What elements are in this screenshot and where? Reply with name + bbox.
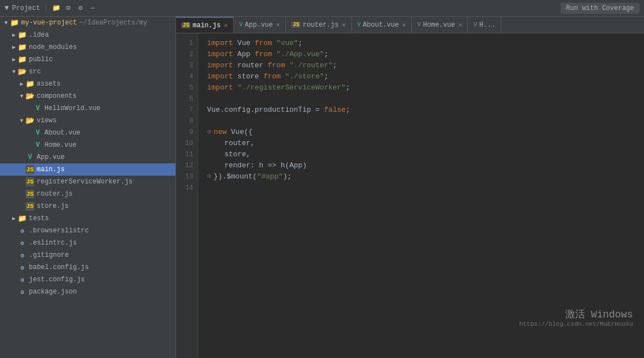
sidebar-item-package-json[interactable]: ▶ ⚙ package.json [0,286,175,298]
root-label: my-vue-project [21,19,77,27]
vue-icon-home: V [33,141,42,150]
arrow-views: ▼ [18,118,26,124]
helloworld-label: HelloWorld.vue [44,105,100,112]
sidebar-item-browserslistrc[interactable]: ▶ ⚙ .browserslistrc [0,225,175,237]
sidebar-item-jest[interactable]: ▶ ⚙ jest.config.js [0,274,175,286]
components-label: components [37,92,77,100]
sidebar-item-rsw[interactable]: ▶ JS registerServiceWorker.js [0,176,175,188]
line-numbers: 1 2 3 4 5 6 7 8 9 10 11 12 13 14 [176,33,198,358]
close-icon[interactable]: — [88,4,97,13]
sidebar-item-root[interactable]: ▼ 📁 my-vue-project ~/IdeaProjects/my [0,17,175,29]
folder-icon-components: 📂 [26,92,34,101]
code-content[interactable]: import Vue from "vue"; import App from "… [198,33,644,358]
sidebar-item-about[interactable]: ▶ V About.vue [0,127,175,139]
browserslistrc-label: .browserslistrc [29,227,89,235]
code-line-3: import router from "./router"; [207,60,635,71]
arrow-assets: ▶ [18,81,26,87]
config-icon-eslintrc: ⚙ [18,238,27,247]
sidebar-item-components[interactable]: ▼ 📂 components [0,90,175,102]
line-num-3: 3 [176,60,193,71]
project-icon: ▼ [4,4,9,12]
tab-home-vue-close[interactable]: ✕ [459,21,462,28]
line-num-14: 14 [176,182,193,193]
tab-app-vue[interactable]: V App.vue ✕ [234,17,286,33]
root-path: ~/IdeaProjects/my [79,19,147,27]
config-icon-browserslistrc: ⚙ [18,226,27,235]
home-label: Home.vue [44,141,77,149]
config-icon-package-json: ⚙ [18,287,27,296]
app-vue-label: App.vue [37,153,64,161]
config-icon-babel: ⚙ [18,263,27,272]
tab-router-js[interactable]: JS router.js ✕ [286,17,351,33]
about-label: About.vue [44,129,80,137]
code-line-10: router, [207,138,635,149]
public-label: public [29,56,53,63]
tab-main-js-close[interactable]: ✕ [224,22,228,29]
line-num-11: 11 [176,149,193,160]
code-line-9: ⊖new Vue({ [207,127,635,138]
code-line-4: import store from "./store"; [207,71,635,82]
code-line-14 [207,182,635,193]
folder-icon-tests: 📁 [18,214,27,223]
assets-label: assets [37,80,61,88]
sidebar-item-assets[interactable]: ▶ 📁 assets [0,78,175,90]
settings-icon[interactable]: ⚙ [76,4,85,13]
line-num-10: 10 [176,138,193,149]
folder-icon-idea: 📁 [18,31,27,39]
arrow-root: ▼ [2,20,10,26]
sidebar-item-main-js[interactable]: ▶ JS main.js [0,163,175,176]
sidebar-item-store-js[interactable]: ▶ JS store.js [0,200,175,212]
tab-router-js-close[interactable]: ✕ [342,21,346,28]
eslintrc-label: .eslintrc.js [29,239,77,247]
js-icon-main: JS [26,165,34,174]
vue-icon-helloworld: V [33,104,42,113]
sidebar-item-gitignore[interactable]: ▶ ⚙ .gitignore [0,249,175,261]
package-json-label: package.json [29,288,77,296]
sidebar-item-tests[interactable]: ▶ 📁 tests [0,212,175,225]
idea-label: .idea [29,31,49,39]
sidebar-item-public[interactable]: ▶ 📁 public [0,53,175,66]
sidebar-item-node-modules[interactable]: ▶ 📁 node_modules [0,41,175,53]
arrow-src: ▼ [10,69,18,75]
sidebar-item-router-js[interactable]: ▶ JS router.js [0,188,175,200]
arrow-idea: ▶ [10,32,18,38]
sidebar-item-babel[interactable]: ▶ ⚙ babel.config.js [0,261,175,274]
collapse-icon[interactable]: ⊟ [64,4,73,13]
node-modules-label: node_modules [29,43,77,51]
line-num-1: 1 [176,38,193,49]
tab-main-js[interactable]: JS main.js ✕ [176,17,234,33]
sidebar-item-idea[interactable]: ▶ 📁 .idea [0,29,175,41]
sidebar-item-eslintrc[interactable]: ▶ ⚙ .eslintrc.js [0,237,175,249]
arrow-tests: ▶ [10,215,18,222]
tab-vue-icon-app: V [239,22,243,28]
line-num-12: 12 [176,160,193,171]
tab-app-vue-label: App.vue [245,21,273,29]
code-line-13: ⊖}).$mount("#app"); [207,171,635,182]
tab-about-vue-close[interactable]: ✕ [402,21,406,28]
tab-h-etc[interactable]: V H... [468,17,501,33]
line-num-9: 9 [176,127,193,138]
sidebar-item-app-vue[interactable]: ▶ V App.vue [0,151,175,163]
tab-app-vue-close[interactable]: ✕ [276,21,280,28]
sidebar-item-src[interactable]: ▼ 📂 src [0,66,175,78]
tab-about-vue-label: About.vue [363,21,399,29]
arrow-public: ▶ [10,56,18,63]
run-coverage-button[interactable]: Run with Coverage [561,3,640,14]
tab-home-vue[interactable]: V Home.vue ✕ [412,17,468,33]
main-js-label: main.js [37,166,64,173]
tab-js-icon-router: JS [291,22,300,28]
line-num-2: 2 [176,49,193,60]
new-folder-icon[interactable]: 📁 [52,4,61,13]
line-num-8: 8 [176,116,193,127]
folder-icon-node-modules: 📁 [18,43,27,52]
config-icon-jest: ⚙ [18,275,27,284]
sidebar-item-home[interactable]: ▶ V Home.vue [0,139,175,151]
sidebar-item-views[interactable]: ▼ 📂 views [0,115,175,127]
top-toolbar: ▼ Project 📁 ⊟ ⚙ — Run with Coverage [0,0,644,17]
vue-icon-about: V [33,128,42,137]
sidebar-item-helloworld[interactable]: ▶ V HelloWorld.vue [0,102,175,115]
main-layout: ▼ 📁 my-vue-project ~/IdeaProjects/my ▶ 📁… [0,17,644,358]
folder-icon-public: 📁 [18,55,27,64]
tab-about-vue[interactable]: V About.vue ✕ [352,17,412,33]
folder-icon-assets: 📁 [26,79,34,88]
